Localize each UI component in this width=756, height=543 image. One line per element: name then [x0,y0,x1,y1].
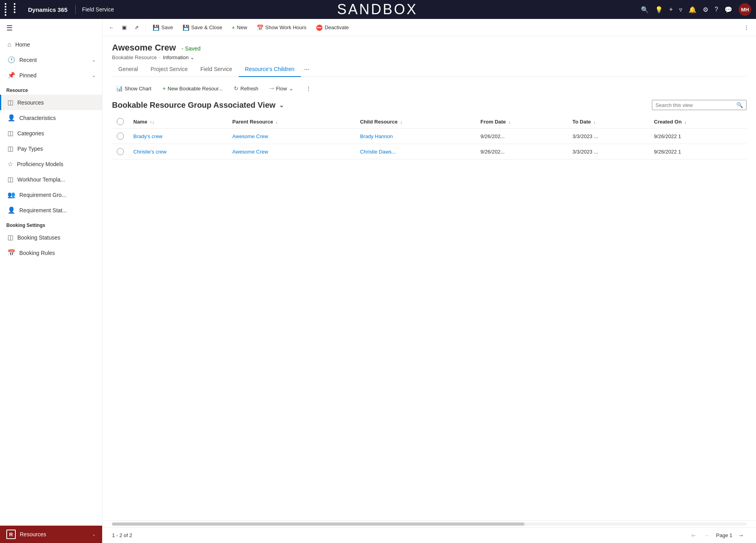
cell-child-0[interactable]: Brady Hannon [355,129,476,144]
new-bookable-button[interactable]: + New Bookable Resour... [159,83,227,94]
chevron-down-icon: ⌄ [92,73,96,78]
record-view-button[interactable]: ▣ [119,23,130,32]
breadcrumb-1[interactable]: Bookable Resource [112,54,157,60]
scroll-thumb[interactable] [112,522,525,526]
chat-icon[interactable]: 💬 [724,6,732,13]
sidebar-header: ☰ [0,19,102,37]
sidebar-item-categories[interactable]: ◫ Categories [0,125,102,141]
col-child-resource[interactable]: Child Resource ↓ [355,115,476,129]
save-label: Save [161,24,173,30]
proficiency-icon: ☆ [7,160,13,168]
tab-more-button[interactable]: ⋯ [301,62,313,77]
row-checkbox[interactable] [117,133,124,140]
sidebar-item-workhour-templates[interactable]: ◫ Workhour Templa... [0,172,102,187]
top-nav: Dynamics 365 Field Service SANDBOX 🔍 💡 +… [0,0,756,19]
more-button[interactable]: ⋮ [740,23,753,32]
app-grid-icon[interactable] [5,3,22,16]
save-close-label: Save & Close [191,24,222,30]
col-name-label: Name [133,119,147,125]
first-page-button[interactable]: ⇤ [689,531,699,540]
scroll-bar-area [103,521,756,527]
pagination-info: 1 - 2 of 2 [112,532,132,538]
lightbulb-icon[interactable]: 💡 [655,6,663,13]
sidebar-item-characteristics[interactable]: 👤 Characteristics [0,110,102,125]
cell-child-1[interactable]: Christie Daws... [355,144,476,159]
show-chart-button[interactable]: 📊 Show Chart [112,83,155,94]
view-name[interactable]: Bookable Resource Group Associated View … [112,101,284,110]
brand-label[interactable]: Dynamics 365 [28,6,67,13]
info-link[interactable]: Information ⌄ [163,54,194,60]
row-checkbox[interactable] [117,148,124,155]
recent-icon: 🕐 [7,56,15,64]
sidebar-item-recent[interactable]: 🕐 Recent ⌄ [0,52,102,67]
refresh-icon: ↻ [234,85,239,92]
sidebar-item-requirement-statuses[interactable]: 👤 Requirement Stat... [0,202,102,218]
col-name[interactable]: Name ↑↓ [129,115,228,129]
toolbar: ← ▣ ⇗ 💾 Save 💾 Save & Close + New � [103,19,756,36]
cell-parent-1[interactable]: Awesome Crew [228,144,355,159]
sidebar-item-label: Booking Rules [19,250,55,256]
sidebar-item-resources[interactable]: ◫ Resources [0,95,102,110]
horizontal-scrollbar[interactable] [112,522,747,526]
back-button[interactable]: ← [106,23,117,32]
tab-general-label: General [118,66,138,72]
cell-name-1[interactable]: Christie's crew [129,144,228,159]
search-input[interactable] [655,102,736,108]
sidebar-item-label: Characteristics [19,115,56,121]
pay-types-icon: ◫ [7,145,13,152]
save-button[interactable]: 💾 Save [149,23,177,32]
col-to-date[interactable]: To Date ↓ [567,115,649,129]
sort-icon: ↓ [594,120,596,124]
refresh-button[interactable]: ↻ Refresh [230,83,263,94]
bell-icon[interactable]: 🔔 [689,6,696,13]
show-work-hours-button[interactable]: 📅 Show Work Hours [253,23,311,32]
cell-name-0[interactable]: Brady's crew [129,129,228,144]
new-button[interactable]: + New [228,23,251,32]
sidebar-item-pinned[interactable]: 📌 Pinned ⌄ [0,67,102,83]
table-row: Christie's crew Awesome Crew Christie Da… [112,144,747,159]
back-icon: ← [109,24,114,30]
filter-icon[interactable]: ▿ [679,6,682,13]
tab-general[interactable]: General [112,62,144,77]
hamburger-icon[interactable]: ☰ [6,24,13,32]
sidebar-item-booking-statuses[interactable]: ◫ Booking Statuses [0,230,102,245]
user-avatar[interactable]: MH [739,3,751,16]
save-close-button[interactable]: 💾 Save & Close [179,23,226,32]
sidebar-item-requirement-groups[interactable]: 👥 Requirement Gro... [0,187,102,202]
sidebar-item-home[interactable]: ⌂ Home [0,37,102,52]
sort-icon: ↓ [684,120,687,124]
settings-icon[interactable]: ⚙ [703,6,708,13]
popup-button[interactable]: ⇗ [131,23,142,32]
col-created-on[interactable]: Created On ↓ [649,115,747,129]
search-icon[interactable]: 🔍 [641,6,649,13]
sidebar-item-booking-rules[interactable]: 📅 Booking Rules [0,245,102,260]
tab-field-service[interactable]: Field Service [194,62,239,77]
record-subtitle: Bookable Resource · Information ⌄ [112,54,747,60]
sidebar-item-label: Pinned [19,72,37,79]
deactivate-button[interactable]: ⛔ Deactivate [312,23,353,32]
sidebar-item-label: Pay Types [17,146,43,152]
sort-asc-icon: ↑↓ [150,120,154,124]
col-from-date[interactable]: From Date ↓ [476,115,567,129]
add-icon[interactable]: + [669,6,673,13]
tab-resources-children[interactable]: Resource's Children [239,62,301,77]
saved-badge: - Saved [181,45,200,52]
app-label[interactable]: Field Service [82,6,114,13]
prev-page-button[interactable]: ← [702,531,713,540]
help-icon[interactable]: ? [715,6,718,13]
next-page-button[interactable]: → [735,531,747,540]
sidebar-item-pay-types[interactable]: ◫ Pay Types [0,141,102,156]
col-created-on-label: Created On [654,119,681,125]
sub-toolbar-more-button[interactable]: ⋮ [302,84,315,94]
sort-icon: ↓ [400,120,403,124]
sidebar-bottom-resources[interactable]: R Resources ⌄ [0,526,102,543]
col-parent-resource[interactable]: Parent Resource ↓ [228,115,355,129]
search-icon[interactable]: 🔍 [736,102,743,108]
flow-button[interactable]: ⤑ Flow ⌄ [265,83,297,94]
save-icon: 💾 [153,24,159,31]
tab-project-service[interactable]: Project Service [144,62,194,77]
header-checkbox[interactable] [117,118,124,125]
row-checkbox-cell [112,129,129,144]
sidebar-item-proficiency-models[interactable]: ☆ Proficiency Models [0,156,102,172]
cell-parent-0[interactable]: Awesome Crew [228,129,355,144]
